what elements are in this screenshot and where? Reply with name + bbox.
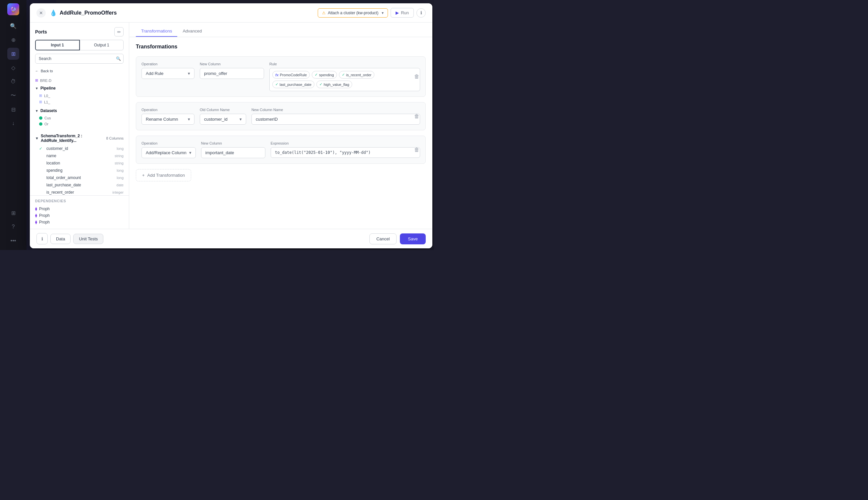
schema-section: ▼ SchemaTransform_2 : AddRule_Identify..… <box>30 132 129 195</box>
or-icon <box>39 122 43 126</box>
card2-operation-select[interactable]: Rename Column ▾ <box>141 114 195 125</box>
dep-item-2[interactable]: ⧫ Proph <box>35 212 124 219</box>
rule-tag-promo-text: PromoCodeRule <box>280 73 307 77</box>
schema-header[interactable]: ▼ SchemaTransform_2 : AddRule_Identify..… <box>35 132 124 145</box>
rule-tag-spending-text: spending <box>319 73 334 77</box>
pipeline-expand[interactable]: ▼ Pipeline <box>35 84 124 92</box>
output-tab[interactable]: Output 1 <box>80 40 124 50</box>
input-tab[interactable]: Input 1 <box>35 40 80 50</box>
sidebar-item-grid[interactable]: ⊞ <box>7 48 19 60</box>
datasets-expand[interactable]: ▼ Datasets <box>35 106 124 115</box>
sidebar-item-pulse[interactable]: 〜 <box>7 90 19 101</box>
card2-oldcol-select[interactable]: customer_id ▾ <box>200 114 246 125</box>
bre-item[interactable]: ⊞ BRE-D <box>35 77 124 84</box>
pipeline-header[interactable]: ← Back to <box>35 67 124 75</box>
field-location-name: location <box>46 161 113 166</box>
card2-newcolname-label: New Column Name <box>251 108 420 112</box>
transform-card-1: Operation Add Rule ▾ New Column Rule <box>136 56 426 97</box>
edit-ports-button[interactable]: ✏ <box>114 27 124 36</box>
header-actions: ⚠ Attach a cluster (kw-product) ▾ ▶ Run … <box>318 8 426 18</box>
dependencies-section: DEPENDENCIES ⧫ Proph ⧫ Proph ⧫ Proph <box>30 195 129 229</box>
card1-delete-button[interactable]: 🗑 <box>412 72 421 81</box>
or-name: Or <box>44 122 48 126</box>
tab-advanced[interactable]: Advanced <box>177 26 207 37</box>
transform-card-3: Operation Add/Replace Column ▾ New Colum… <box>136 136 426 164</box>
card1-rule-tags[interactable]: fx PromoCodeRule ✓ spending ✓ is_recent_… <box>269 68 420 91</box>
l0-icon: ⊞ <box>39 93 42 98</box>
info-button[interactable]: ℹ <box>417 8 426 18</box>
footer-left: ℹ Data Unit Tests <box>36 233 103 245</box>
card2-chevron-icon: ▾ <box>188 117 190 122</box>
card1-operation-select[interactable]: Add Rule ▾ <box>141 68 195 79</box>
transformations-section: Transformations Advanced Transformations… <box>129 23 432 229</box>
field-location-type: string <box>115 161 124 165</box>
unit-tests-tab-button[interactable]: Unit Tests <box>73 234 103 244</box>
sidebar-item-help[interactable]: ? <box>7 221 19 233</box>
card3-expression-label: Expression <box>271 141 420 145</box>
dep-item-3[interactable]: ⧫ Proph <box>35 219 124 226</box>
data-tab-button[interactable]: Data <box>50 234 71 244</box>
pipeline-item-l0[interactable]: ⊞ L0_ <box>39 92 124 99</box>
search-input[interactable] <box>35 54 124 64</box>
dataset-cus[interactable]: Cus <box>39 115 124 121</box>
card1-op-value: Add Rule <box>146 71 163 76</box>
rule-tag-high-value-text: high_value_flag <box>324 82 349 87</box>
sidebar-item-download[interactable]: ↓ <box>7 117 19 129</box>
check-icon: ✓ <box>39 146 44 151</box>
transform-card-2: Operation Rename Column ▾ Old Column Nam… <box>136 102 426 130</box>
modal-body: Ports ✏ Input 1 Output 1 🔍 ← Back to <box>30 23 432 229</box>
field-type: long <box>117 147 124 150</box>
field-is-recent: is_recent_order integer <box>39 189 124 195</box>
card3-delete-button[interactable]: 🗑 <box>412 145 421 155</box>
dep-icon-2: ⧫ <box>35 213 37 218</box>
search-icon: 🔍 <box>116 56 121 61</box>
card1-row: Operation Add Rule ▾ New Column Rule <box>141 62 420 91</box>
sidebar-item-grid2[interactable]: ⊞ <box>7 207 19 219</box>
footer-info-button[interactable]: ℹ <box>36 233 48 245</box>
dataset-or[interactable]: Or <box>39 121 124 127</box>
field-name-label: name <box>46 154 113 158</box>
card3-newcol-field: New Column <box>201 141 265 158</box>
dep-item-1[interactable]: ⧫ Proph <box>35 206 124 212</box>
sidebar-item-clock[interactable]: ⏱ <box>7 76 19 88</box>
card1-newcol-input[interactable] <box>200 68 264 79</box>
card2-delete-button[interactable]: 🗑 <box>412 112 421 121</box>
dep-name-2: Proph <box>39 213 50 218</box>
card3-expression-input[interactable] <box>271 147 420 158</box>
check-circle-icon-2: ✓ <box>342 72 345 77</box>
back-to-label: Back to <box>41 69 53 73</box>
card3-operation-select[interactable]: Add/Replace Column ▾ <box>141 147 196 158</box>
datasets-arrow-icon: ▼ <box>35 109 38 113</box>
run-button[interactable]: ▶ Run <box>390 8 414 18</box>
run-label: Run <box>401 10 409 15</box>
footer-info-icon: ℹ <box>42 236 43 241</box>
pipeline-title: Pipeline <box>40 86 56 91</box>
schema-cols: 8 Columns <box>106 136 124 140</box>
card1-newcol-field: New Column <box>200 62 264 79</box>
modal-title: AddRule_PromoOffers <box>60 10 318 16</box>
close-button[interactable]: ✕ <box>36 8 46 18</box>
cluster-button[interactable]: ⚠ Attach a cluster (kw-product) ▾ <box>318 8 388 18</box>
cancel-button[interactable]: Cancel <box>370 234 397 245</box>
field-customer-id: ✓ customer_id long <box>39 145 124 152</box>
save-button[interactable]: Save <box>400 234 426 245</box>
field-name: customer_id <box>46 146 115 151</box>
card2-newcolname-field: New Column Name <box>251 108 420 125</box>
dataset-items: Cus Or <box>39 115 124 127</box>
card2-newcolname-input[interactable] <box>251 114 420 125</box>
sidebar-item-diamond[interactable]: ◇ <box>7 62 19 73</box>
sidebar-item-search[interactable]: 🔍 <box>7 20 19 32</box>
card3-newcol-input[interactable] <box>201 147 265 158</box>
cluster-chevron-icon: ▾ <box>382 11 384 15</box>
add-transformation-button[interactable]: + Add Transformation <box>136 169 191 181</box>
field-last-purchase-type: date <box>117 183 124 187</box>
pipeline-item-l1[interactable]: ⊞ L1_ <box>39 99 124 105</box>
field-last-purchase: last_purchase_date date <box>39 181 124 189</box>
sidebar: 🔮 🔍 ⊕ ⊞ ◇ ⏱ 〜 ⊟ ↓ ⊞ ? ••• <box>0 0 26 250</box>
tab-transformations[interactable]: Transformations <box>136 26 177 37</box>
sidebar-item-more[interactable]: ••• <box>7 235 19 247</box>
warning-icon: ⚠ <box>322 11 326 15</box>
sidebar-item-blocks[interactable]: ⊟ <box>7 103 19 115</box>
sidebar-item-add[interactable]: ⊕ <box>7 34 19 46</box>
fx-icon: fx <box>275 73 279 77</box>
